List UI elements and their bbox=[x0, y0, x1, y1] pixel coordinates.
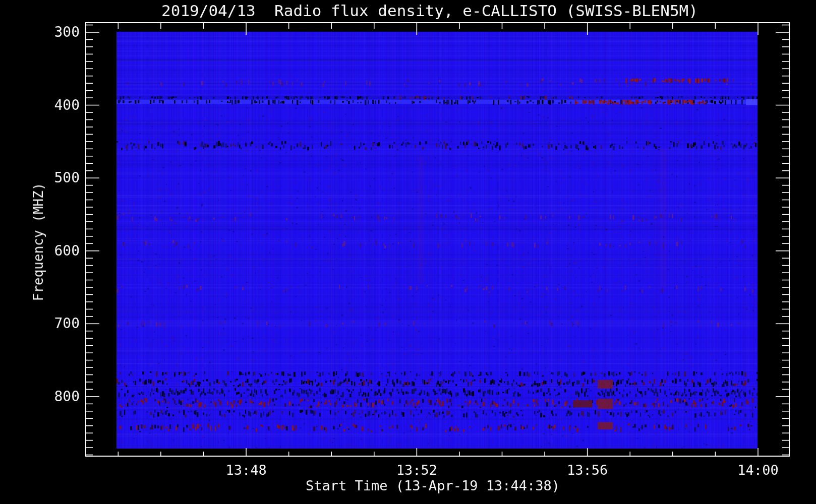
x-tick-label: 13:56 bbox=[557, 462, 618, 478]
y-tick-label: 300 bbox=[44, 24, 80, 40]
y-tick-label: 500 bbox=[44, 169, 80, 186]
x-tick-label: 13:48 bbox=[216, 462, 276, 478]
x-tick-label: 14:00 bbox=[728, 462, 788, 478]
y-axis-title: Frequency (MHZ) bbox=[31, 183, 46, 301]
y-tick-label: 800 bbox=[44, 388, 80, 405]
x-axis-title: Start Time (13-Apr-19 13:44:38) bbox=[306, 478, 560, 493]
chart-title: 2019/04/13 Radio flux density, e-CALLIST… bbox=[161, 2, 698, 20]
spectrogram-page: 2019/04/13 Radio flux density, e-CALLIST… bbox=[0, 0, 816, 504]
x-tick-label: 13:52 bbox=[386, 462, 447, 478]
y-tick-label: 400 bbox=[44, 97, 80, 113]
spectrogram-canvas bbox=[0, 0, 816, 504]
y-tick-label: 700 bbox=[44, 315, 80, 332]
y-tick-label: 600 bbox=[44, 242, 80, 259]
